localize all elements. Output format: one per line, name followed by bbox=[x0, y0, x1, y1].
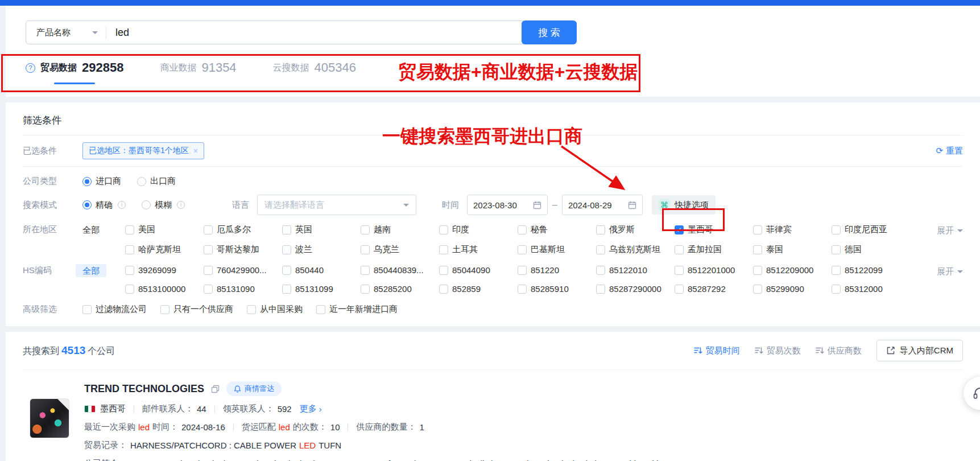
checkbox-icon[interactable] bbox=[282, 266, 291, 275]
region-checkbox-item[interactable]: 土耳其 bbox=[439, 244, 518, 255]
company-type-radio[interactable]: 进口商 bbox=[82, 176, 121, 187]
search-category-select[interactable]: 产品名称 bbox=[26, 27, 106, 38]
checkbox-icon[interactable] bbox=[204, 245, 213, 254]
checkbox-icon[interactable] bbox=[753, 266, 762, 275]
more-link[interactable]: 更多 › bbox=[300, 404, 322, 414]
checkbox-icon[interactable] bbox=[125, 245, 134, 254]
hs-checkbox-item[interactable]: 85131099 bbox=[282, 284, 361, 294]
region-checkbox-item[interactable]: 乌克兰 bbox=[361, 244, 439, 255]
region-checkbox-item[interactable]: 泰国 bbox=[753, 244, 832, 255]
checkbox-icon[interactable] bbox=[247, 305, 256, 314]
checkbox-icon[interactable] bbox=[361, 266, 370, 275]
checkbox-icon[interactable] bbox=[753, 285, 762, 294]
hs-checkbox-item[interactable]: 85131090 bbox=[204, 284, 282, 294]
hs-checkbox-item[interactable]: 8512201000 bbox=[675, 265, 753, 275]
checkbox-icon[interactable] bbox=[204, 285, 213, 294]
checkbox-icon[interactable] bbox=[361, 245, 370, 254]
checkbox-icon[interactable] bbox=[439, 225, 448, 234]
checkbox-icon[interactable] bbox=[832, 225, 841, 234]
checkbox-icon[interactable] bbox=[361, 225, 370, 234]
region-checkbox-item[interactable]: 印度尼西亚 bbox=[832, 224, 910, 235]
checkbox-icon[interactable] bbox=[832, 285, 841, 294]
region-checkbox-item[interactable]: 俄罗斯 bbox=[596, 224, 675, 235]
hs-checkbox-item[interactable]: 85044090 bbox=[439, 265, 518, 275]
hs-checkbox-item[interactable]: 39269099 bbox=[125, 265, 204, 275]
region-checkbox-item[interactable]: 菲律宾 bbox=[753, 224, 832, 235]
hs-checkbox-item[interactable]: 8513100000 bbox=[125, 284, 204, 294]
radio-icon[interactable] bbox=[142, 200, 151, 209]
hs-checkbox-item[interactable]: 852859 bbox=[439, 284, 518, 294]
hs-checkbox-item[interactable]: 851220 bbox=[518, 265, 596, 275]
region-checkbox-item[interactable]: 乌兹别克斯坦 bbox=[596, 244, 675, 255]
sort-button[interactable]: 供应商数 bbox=[816, 345, 862, 356]
checkbox-icon[interactable] bbox=[125, 225, 134, 234]
checkbox-icon[interactable] bbox=[439, 266, 448, 275]
hs-all-option[interactable]: 全部 bbox=[76, 264, 106, 277]
checkbox-icon[interactable] bbox=[596, 266, 605, 275]
region-checkbox-item[interactable]: 美国 bbox=[125, 224, 204, 235]
checkbox-icon[interactable] bbox=[518, 225, 527, 234]
sort-button[interactable]: 贸易次数 bbox=[755, 345, 801, 356]
quick-options-button[interactable]: ⌘ 快捷选项 bbox=[652, 195, 716, 215]
checkbox-icon[interactable] bbox=[518, 266, 527, 275]
hs-expand-button[interactable]: 展开 bbox=[937, 266, 963, 277]
checkbox-icon[interactable] bbox=[361, 285, 370, 294]
hs-checkbox-item[interactable]: 85312000 bbox=[832, 284, 910, 294]
region-checkbox-item[interactable]: 德国 bbox=[832, 244, 910, 255]
checkbox-icon[interactable] bbox=[282, 285, 291, 294]
checkbox-icon[interactable] bbox=[596, 285, 605, 294]
checkbox-icon[interactable] bbox=[125, 285, 134, 294]
advanced-checkbox-item[interactable]: 近一年新增进口商 bbox=[316, 304, 398, 315]
region-checkbox-item[interactable]: 波兰 bbox=[282, 244, 361, 255]
checkbox-icon[interactable] bbox=[675, 245, 684, 254]
region-checkbox-item[interactable]: 印度 bbox=[439, 224, 518, 235]
checkbox-icon[interactable] bbox=[439, 245, 448, 254]
copy-icon[interactable] bbox=[211, 385, 220, 393]
checkbox-icon[interactable] bbox=[82, 305, 92, 314]
region-expand-button[interactable]: 展开 bbox=[937, 225, 963, 236]
checkbox-icon[interactable] bbox=[832, 245, 841, 254]
hs-checkbox-item[interactable]: 85122010 bbox=[596, 265, 675, 275]
checkbox-icon[interactable] bbox=[675, 266, 684, 275]
reset-button[interactable]: ⟳ 重置 bbox=[936, 146, 963, 157]
checkbox-icon[interactable] bbox=[204, 266, 213, 275]
import-crm-button[interactable]: 导入内部CRM bbox=[876, 340, 963, 361]
checkbox-icon[interactable] bbox=[439, 285, 448, 294]
checkbox-icon[interactable] bbox=[596, 245, 605, 254]
checkbox-icon[interactable] bbox=[204, 225, 213, 234]
date-to-input[interactable]: 2024-08-29 bbox=[562, 195, 643, 215]
checkbox-icon[interactable] bbox=[753, 225, 762, 234]
region-checkbox-item[interactable]: 孟加拉国 bbox=[675, 244, 753, 255]
sort-button[interactable]: 贸易时间 bbox=[694, 345, 740, 356]
company-name[interactable]: TREND TECHNOLOGIES bbox=[84, 383, 204, 395]
radio-icon[interactable] bbox=[82, 200, 92, 209]
hs-checkbox-item[interactable]: 85299090 bbox=[753, 284, 832, 294]
region-checkbox-item[interactable]: 巴基斯坦 bbox=[518, 244, 596, 255]
date-from-input[interactable]: 2023-08-30 bbox=[467, 195, 548, 215]
checkbox-icon[interactable] bbox=[518, 245, 527, 254]
checkbox-icon[interactable] bbox=[596, 225, 605, 234]
region-checkbox-item[interactable]: 墨西哥 bbox=[675, 224, 753, 235]
hs-checkbox-item[interactable]: 85287290000 bbox=[596, 284, 675, 294]
advanced-checkbox-item[interactable]: 从中国采购 bbox=[247, 304, 303, 315]
data-tab[interactable]: ? 云搜数据 405346 bbox=[273, 60, 356, 84]
advanced-checkbox-item[interactable]: 过滤物流公司 bbox=[82, 304, 147, 315]
data-tab[interactable]: ? 商业数据 91354 bbox=[160, 60, 236, 84]
region-checkbox-item[interactable]: 哈萨克斯坦 bbox=[125, 244, 204, 255]
region-checkbox-item[interactable]: 英国 bbox=[282, 224, 361, 235]
checkbox-icon[interactable] bbox=[675, 225, 684, 234]
region-checkbox-item[interactable]: 越南 bbox=[361, 224, 439, 235]
checkbox-icon[interactable] bbox=[125, 266, 134, 275]
search-button[interactable]: 搜 索 bbox=[522, 20, 577, 44]
business-radar-badge[interactable]: 商情雷达 bbox=[226, 381, 282, 396]
hs-checkbox-item[interactable]: 85285910 bbox=[518, 284, 596, 294]
radio-icon[interactable] bbox=[137, 177, 146, 186]
checkbox-icon[interactable] bbox=[282, 225, 291, 234]
checkbox-icon[interactable] bbox=[518, 285, 527, 294]
checkbox-icon[interactable] bbox=[753, 245, 762, 254]
checkbox-icon[interactable] bbox=[832, 266, 841, 275]
radio-icon[interactable] bbox=[82, 177, 92, 186]
checkbox-icon[interactable] bbox=[160, 305, 169, 314]
region-all-option[interactable]: 全部 bbox=[82, 224, 125, 236]
hs-checkbox-item[interactable]: 8512209000 bbox=[753, 265, 832, 275]
